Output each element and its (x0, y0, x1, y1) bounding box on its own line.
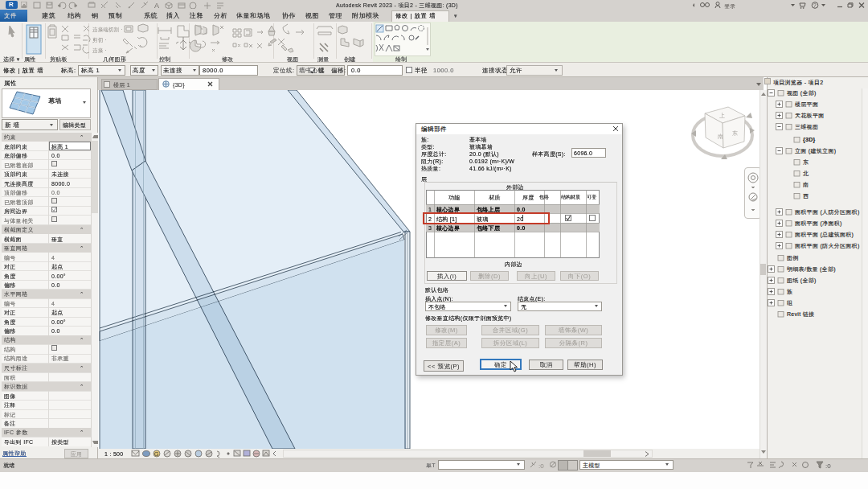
svg-text:?: ? (813, 2, 817, 8)
svg-text:东: 东 (732, 130, 738, 136)
svg-text:A: A (154, 2, 159, 9)
svg-text:连接端切割 ·: 连接端切割 · (92, 27, 123, 33)
svg-text:连接 ·: 连接 · (92, 47, 107, 53)
svg-text:南: 南 (718, 134, 723, 139)
svg-text:剪切 ·: 剪切 · (92, 37, 107, 43)
svg-text::0: :0 (538, 462, 544, 470)
svg-text::0: :0 (825, 462, 831, 470)
svg-text:登录: 登录 (724, 3, 736, 10)
svg-text:G: G (154, 451, 158, 457)
svg-text:上: 上 (719, 113, 725, 118)
